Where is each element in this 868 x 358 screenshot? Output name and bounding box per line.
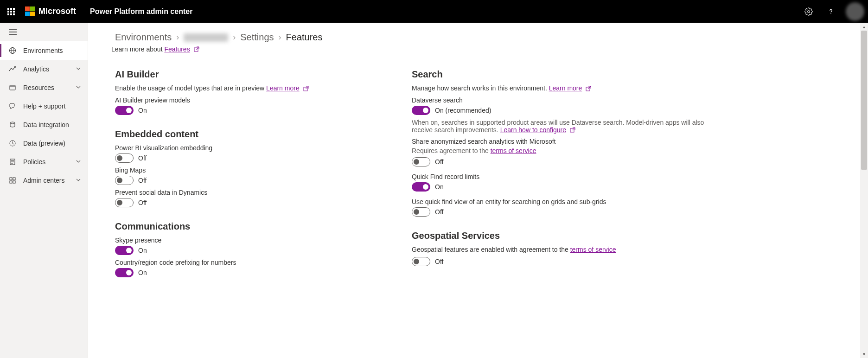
hamburger-icon	[9, 29, 17, 35]
admin-centers-icon	[8, 177, 17, 184]
toggle-state-text: Off	[435, 258, 443, 265]
sidebar-item-data-integration[interactable]: Data integration	[0, 115, 88, 134]
learn-configure-link[interactable]: Learn how to configure	[500, 126, 566, 134]
ai-builder-preview-models-label: AI Builder preview models	[115, 96, 402, 104]
sidebar-item-label: Analytics	[23, 65, 76, 73]
sidebar-item-label: Data integration	[23, 121, 81, 128]
help-button[interactable]	[820, 0, 842, 23]
search-title: Search	[412, 69, 708, 80]
app-title: Power Platform admin center	[90, 7, 192, 16]
vertical-scrollbar[interactable]: ▴ ▾	[860, 23, 868, 358]
learn-more-prefix: Learn more about	[111, 45, 164, 53]
ai-builder-desc: Enable the usage of model types that are…	[115, 84, 402, 92]
search-learn-more-link[interactable]: Learn more	[549, 84, 582, 92]
ai-builder-preview-models-toggle[interactable]	[115, 106, 134, 115]
terms-of-service-link[interactable]: terms of service	[491, 147, 536, 154]
svg-rect-16	[10, 178, 12, 180]
sidebar-item-data-preview[interactable]: Data (preview)	[0, 134, 88, 153]
external-link-icon	[586, 85, 591, 93]
question-icon	[827, 7, 835, 16]
country-code-prefix-label: Country/region code prefixing for number…	[115, 259, 402, 266]
data-preview-icon	[8, 140, 17, 147]
sidebar-item-policies[interactable]: Policies	[0, 153, 88, 171]
main-content: Environments › › Settings › Features Lea…	[88, 23, 868, 358]
svg-line-25	[588, 86, 591, 89]
sidebar-item-label: Resources	[23, 84, 76, 91]
data-integration-icon	[8, 121, 17, 128]
svg-line-27	[572, 128, 575, 130]
scrollbar-down-arrow[interactable]: ▾	[860, 350, 868, 358]
left-column: AI Builder Enable the usage of model typ…	[115, 66, 402, 281]
sidebar-item-label: Admin centers	[23, 177, 76, 184]
breadcrumb: Environments › › Settings › Features	[115, 32, 868, 43]
sidebar-item-label: Policies	[23, 158, 76, 166]
toggle-state-text: On	[138, 107, 147, 114]
microsoft-logo[interactable]: Microsoft	[25, 6, 76, 16]
app-launcher-button[interactable]	[0, 0, 22, 23]
external-link-icon	[570, 127, 575, 134]
powerbi-embedding-toggle[interactable]	[115, 153, 134, 163]
bing-maps-label: Bing Maps	[115, 166, 402, 174]
quick-find-limits-label: Quick Find record limits	[412, 173, 708, 180]
svg-line-21	[196, 47, 199, 50]
dataverse-search-toggle[interactable]	[412, 106, 430, 115]
country-code-prefix-toggle[interactable]	[115, 268, 134, 277]
svg-point-1	[830, 13, 831, 14]
chevron-down-icon	[76, 177, 81, 184]
toggle-state-text: On (recommended)	[435, 107, 491, 114]
svg-point-10	[10, 122, 15, 124]
chevron-down-icon	[76, 65, 81, 73]
sidebar-item-admin-centers[interactable]: Admin centers	[0, 171, 88, 190]
toggle-state-text: On	[138, 247, 147, 254]
gear-icon	[804, 7, 813, 16]
toggle-state-text: Off	[435, 158, 443, 166]
sidebar-item-label: Environments	[23, 47, 81, 54]
skype-presence-toggle[interactable]	[115, 246, 134, 255]
external-link-icon	[194, 46, 199, 53]
policies-icon	[8, 158, 17, 166]
breadcrumb-separator: ›	[176, 32, 179, 42]
communications-title: Communications	[115, 221, 402, 232]
scrollbar-up-arrow[interactable]: ▴	[860, 23, 868, 31]
toggle-state-text: Off	[138, 199, 147, 206]
geo-terms-of-service-link[interactable]: terms of service	[570, 246, 616, 253]
dataverse-search-label: Dataverse search	[412, 96, 708, 104]
share-analytics-toggle[interactable]	[412, 157, 430, 166]
geospatial-toggle[interactable]	[412, 257, 430, 266]
dataverse-search-desc: When on, searches in supported product a…	[412, 119, 708, 134]
user-avatar[interactable]	[846, 2, 864, 21]
scrollbar-thumb[interactable]	[861, 31, 867, 170]
chevron-down-icon	[76, 84, 81, 91]
breadcrumb-environment-name[interactable]	[184, 33, 228, 42]
ai-builder-title: AI Builder	[115, 69, 402, 80]
geospatial-title: Geospatial Services	[412, 230, 708, 241]
toggle-state-text: Off	[435, 208, 443, 216]
share-analytics-label: Share anonymized search analytics with M…	[412, 138, 708, 145]
microsoft-brand-text: Microsoft	[38, 6, 76, 16]
svg-rect-17	[13, 178, 15, 180]
powerbi-embedding-label: Power BI visualization embedding	[115, 144, 402, 152]
learn-more-features-link[interactable]: Features	[164, 45, 190, 53]
geospatial-desc: Geospatial features are enabled with agr…	[412, 246, 708, 253]
svg-rect-18	[10, 181, 12, 183]
breadcrumb-settings[interactable]: Settings	[240, 32, 274, 43]
breadcrumb-environments[interactable]: Environments	[115, 32, 172, 43]
sidebar-item-resources[interactable]: Resources	[0, 78, 88, 97]
settings-button[interactable]	[798, 0, 820, 23]
bing-maps-toggle[interactable]	[115, 176, 134, 185]
sidebar-item-environments[interactable]: Environments	[0, 41, 88, 60]
help-support-icon	[8, 102, 17, 110]
resources-icon	[8, 84, 17, 91]
breadcrumb-separator: ›	[279, 32, 281, 42]
sidebar-item-label: Data (preview)	[23, 140, 81, 147]
ai-builder-learn-more-link[interactable]: Learn more	[266, 84, 300, 92]
sidebar-toggle-button[interactable]	[9, 29, 17, 35]
quick-find-view-toggle[interactable]	[412, 207, 430, 217]
breadcrumb-separator: ›	[233, 32, 236, 42]
sidebar-item-analytics[interactable]: Analytics	[0, 60, 88, 78]
toggle-state-text: Off	[138, 177, 147, 184]
quick-find-limits-toggle[interactable]	[412, 182, 430, 192]
external-link-icon	[303, 85, 309, 93]
sidebar-item-help-support[interactable]: Help + support	[0, 97, 88, 115]
prevent-social-toggle[interactable]	[115, 198, 134, 207]
